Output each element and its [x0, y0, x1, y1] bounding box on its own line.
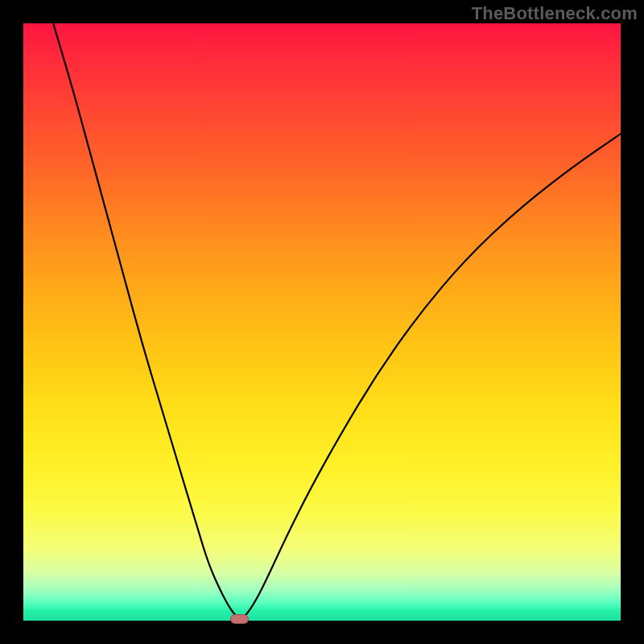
watermark-text: TheBottleneck.com — [472, 3, 638, 24]
plot-area — [23, 23, 621, 621]
curve-layer — [23, 23, 621, 621]
bottleneck-curve — [53, 23, 621, 619]
optimum-marker — [230, 614, 250, 624]
chart-frame: TheBottleneck.com — [0, 0, 644, 644]
